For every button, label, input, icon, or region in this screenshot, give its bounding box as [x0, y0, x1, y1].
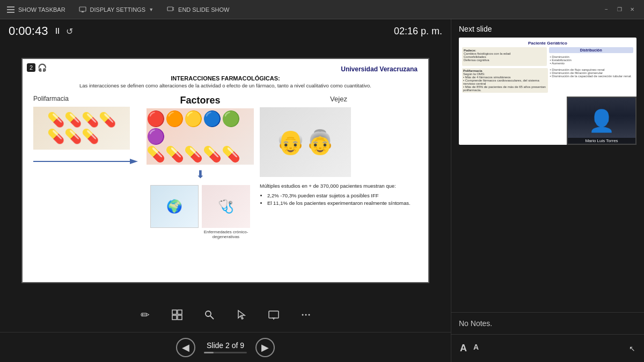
pills-red-image: 🔴🟠🟡🔵🟢🟣💊💊💊💊💊 [147, 108, 254, 165]
title-bar: SHOW TASKBAR DISPLAY SETTINGS ▼ END SLID… [0, 0, 644, 19]
svg-rect-3 [79, 7, 86, 11]
bottom-controls: A A ↖ [451, 334, 644, 362]
worldmap-image: 🌍 [150, 185, 199, 228]
svg-rect-5 [167, 7, 173, 11]
display-settings-button[interactable]: DISPLAY SETTINGS ▼ [78, 5, 153, 14]
stat1: 2,2% -70,3% pueden estar sujetos a posib… [267, 192, 418, 200]
timer-controls: ⏸ ↺ [53, 26, 73, 36]
search-tool-button[interactable] [199, 304, 220, 326]
next-slide-preview: Paciente Geriátrico Padece: Cambios fisi… [459, 38, 636, 145]
vejez-column: Vejez 👴👵 Múltiples estudios en + de 370,… [260, 95, 418, 208]
main-area: 0:00:43 ⏸ ↺ 02:16 p. m. 2 🎧 Universidad … [0, 19, 644, 362]
stat2: El 11,1% de los pacientes experimentaron… [267, 200, 418, 207]
vejez-label: Vejez [260, 95, 418, 103]
end-slideshow-icon [166, 5, 175, 14]
factores-column: Factores 🔴🟠🟡🔵🟢🟣💊💊💊💊💊 ⬇ 🌍 [144, 95, 257, 239]
right-panel: Next slide Paciente Geriátrico Padece: C… [451, 19, 644, 362]
right-arrow [33, 156, 141, 168]
taskbar-icon [6, 5, 15, 14]
slide-badge: 2 [27, 63, 35, 72]
pointer-tool-button[interactable] [231, 304, 252, 326]
slide-frame: 2 🎧 Universidad Veracruzana INTERACCIONE… [21, 58, 429, 283]
svg-marker-16 [238, 311, 245, 319]
window-controls: − ❐ ✕ [601, 4, 638, 15]
mini-slide-grid: Padece: Cambios fisiológicos con la edad… [462, 47, 633, 66]
end-slideshow-button[interactable]: END SLIDE SHOW [166, 5, 229, 14]
font-decrease-button[interactable]: A [473, 343, 479, 354]
slide-progress-fill [204, 352, 214, 353]
notes-text: No Notes. [459, 319, 636, 328]
audio-icon: 🎧 [38, 63, 47, 72]
screen-tool-button[interactable] [263, 304, 284, 326]
mini-decreases: • Disminución de flujo sanguíneo renal •… [550, 68, 634, 93]
restore-button[interactable]: ❐ [614, 4, 625, 15]
worldmap-container: 🌍 [150, 185, 199, 239]
stats-intro: Múltiples estudios en + de 370,000 pacie… [260, 182, 418, 190]
font-controls: A A [460, 343, 479, 354]
navigation-bar: ◀ Slide 2 of 9 ▶ [0, 332, 451, 362]
svg-point-20 [302, 314, 304, 316]
clock-display: 02:16 p. m. [394, 26, 442, 37]
next-slide-button[interactable]: ▶ [255, 338, 275, 357]
svg-point-22 [309, 314, 310, 316]
reset-button[interactable]: ↺ [66, 26, 73, 36]
svg-line-15 [210, 316, 214, 319]
svg-point-21 [305, 314, 307, 316]
font-increase-button[interactable]: A [460, 343, 467, 354]
bottom-images: 🌍 🩺 Enfermedades crónico-degenerativas [150, 185, 250, 239]
svg-rect-2 [7, 12, 14, 13]
webcam-name-badge: Mario Luis Torres [568, 138, 635, 144]
polifarmacia-label: Polifarmacia [33, 95, 69, 102]
factores-label: Factores [180, 95, 220, 106]
pause-button[interactable]: ⏸ [53, 26, 62, 36]
more-tools-button[interactable] [295, 304, 317, 326]
mini-bottom-row: Polifarmacia Según la OMS: • Más de 4 fá… [462, 68, 633, 93]
svg-rect-4 [82, 11, 84, 12]
timer-display: 0:00:43 [9, 24, 48, 38]
mini-distribution: Distribución • Disminución• Estabilizaci… [549, 47, 634, 66]
svg-marker-9 [130, 159, 138, 164]
svg-rect-11 [178, 310, 182, 314]
slide-university: Universidad Veracruzana [33, 65, 418, 73]
polifarmacia-column: Polifarmacia 💊💊💊💊💊💊💊 [33, 95, 141, 168]
svg-rect-17 [269, 311, 279, 318]
show-taskbar-button[interactable]: SHOW TASKBAR [6, 5, 65, 14]
grid-tool-button[interactable] [166, 304, 188, 326]
slide-title: INTERACCIONES FARMACOLÓGICAS: [33, 75, 418, 82]
svg-rect-10 [172, 310, 177, 314]
svg-rect-1 [7, 9, 14, 10]
mini-polifarmacia: Polifarmacia Según la OMS: • Más de 4 fá… [462, 68, 548, 93]
left-panel: 0:00:43 ⏸ ↺ 02:16 p. m. 2 🎧 Universidad … [0, 19, 451, 362]
elderly-image: 👴👵 [260, 107, 351, 177]
webcam-overlay: 👤 Mario Luis Torres [567, 97, 636, 145]
slide-container: 2 🎧 Universidad Veracruzana INTERACCIONE… [0, 43, 451, 298]
svg-rect-13 [178, 315, 182, 320]
slide-main-grid: Polifarmacia 💊💊💊💊💊💊💊 [33, 95, 418, 277]
bp-image: 🩺 [202, 185, 250, 228]
svg-rect-12 [172, 315, 177, 320]
slide-content: Universidad Veracruzana INTERACCIONES FA… [23, 59, 428, 282]
mini-slide-title: Paciente Geriátrico [462, 41, 633, 46]
slide-indicator-container: Slide 2 of 9 [204, 341, 247, 353]
notes-section: No Notes. [451, 312, 644, 334]
bp-container: 🩺 Enfermedades crónico-degenerativas [202, 185, 250, 239]
top-bar: 0:00:43 ⏸ ↺ 02:16 p. m. [0, 19, 451, 43]
next-slide-label: Next slide [459, 25, 636, 33]
cursor-area: ↖ [629, 344, 635, 353]
next-slide-section: Next slide Paciente Geriátrico Padece: C… [451, 19, 644, 312]
slide-progress-bar [204, 352, 247, 353]
slide-subtitle: Las interacciones se definen como altera… [33, 83, 418, 88]
enf-label: Enfermedades crónico-degenerativas [202, 230, 250, 239]
pills-scattered-image: 💊💊💊💊💊💊💊 [33, 107, 130, 150]
svg-point-14 [206, 311, 211, 316]
minimize-button[interactable]: − [601, 4, 612, 15]
timer-area: 0:00:43 ⏸ ↺ [9, 24, 73, 38]
toolbar: ✏ [0, 298, 451, 332]
mini-box-1: Padece: Cambios fisiológicos con la edad… [462, 47, 547, 66]
stats-section: Múltiples estudios en + de 370,000 pacie… [260, 182, 418, 208]
prev-slide-button[interactable]: ◀ [176, 338, 195, 357]
pen-tool-button[interactable]: ✏ [134, 304, 156, 326]
down-arrow: ⬇ [196, 168, 205, 181]
close-button[interactable]: ✕ [627, 4, 638, 15]
svg-rect-0 [7, 6, 14, 8]
